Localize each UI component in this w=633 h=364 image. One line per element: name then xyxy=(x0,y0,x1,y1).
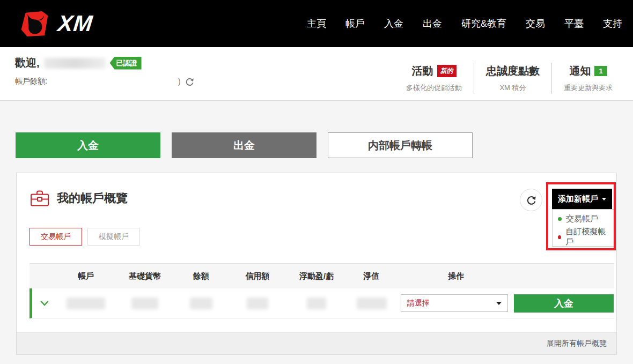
accounts-table: 帳戶 基礎貨幣 餘額 信用額 浮動盈/虧 淨值 操作 xyxy=(30,263,614,318)
tab-withdrawal[interactable]: 出金 xyxy=(172,132,316,158)
balance-suffix: ) xyxy=(178,77,181,86)
nav-item-research-education[interactable]: 研究&教育 xyxy=(461,17,506,30)
nav-item-withdrawal[interactable]: 出金 xyxy=(423,17,442,30)
verified-badge: 已認證 xyxy=(110,57,142,70)
greeting-text: 歡迎, xyxy=(15,56,40,70)
base-currency-redacted xyxy=(131,298,158,309)
add-account-button[interactable]: 添加新帳戶 xyxy=(552,189,612,209)
account-number-redacted xyxy=(67,298,105,309)
green-dot-icon xyxy=(558,217,562,221)
expand-row-icon[interactable] xyxy=(40,301,49,306)
header-balance: 餘額 xyxy=(174,271,228,281)
promotions-subtitle: 多樣化的促銷活動 xyxy=(406,83,462,93)
nav-item-deposit[interactable]: 入金 xyxy=(384,17,403,30)
briefcase-icon xyxy=(30,189,49,207)
menu-item-custom-demo-account[interactable]: 自訂模擬帳戶 xyxy=(553,228,614,246)
balance-value-redacted xyxy=(190,298,212,309)
tab-deposit[interactable]: 入金 xyxy=(16,132,160,158)
nav-item-trading[interactable]: 交易 xyxy=(526,17,545,30)
tab-internal-transfer[interactable]: 内部帳戶轉帳 xyxy=(328,132,473,158)
nav-item-platforms[interactable]: 平臺 xyxy=(564,17,584,30)
username-redacted xyxy=(44,58,106,69)
balance-label: 帳戶餘額: xyxy=(15,77,47,86)
xm-logo[interactable]: XM xyxy=(15,11,93,36)
red-dot-icon xyxy=(558,235,561,239)
account-type-filters: 交易帳戶 模擬帳戶 xyxy=(30,228,140,246)
account-row: 請選擇 入金 xyxy=(30,288,614,318)
refresh-icon xyxy=(526,195,536,205)
expand-all-accounts-link[interactable]: 展開所有帳戶概覽 xyxy=(547,339,607,348)
notifications-subtitle: 重要更新與要求 xyxy=(564,83,613,93)
loyalty-subtitle: XM 積分 xyxy=(486,83,540,93)
select-placeholder: 請選擇 xyxy=(407,299,430,308)
refresh-balance-icon[interactable] xyxy=(185,77,194,86)
caret-down-icon xyxy=(496,302,502,305)
filter-trading-accounts[interactable]: 交易帳戶 xyxy=(30,228,82,246)
nav-item-support[interactable]: 支持 xyxy=(603,17,622,30)
top-nav: XM 主頁 帳戶 入金 出金 研究&教育 交易 平臺 支持 xyxy=(0,0,633,47)
logo-text: XM xyxy=(56,11,94,36)
menu-item-label: 交易帳戶 xyxy=(566,214,598,224)
header-equity: 淨值 xyxy=(346,271,397,281)
table-header-row: 帳戶 基礎貨幣 餘額 信用額 浮動盈/虧 淨值 操作 xyxy=(30,263,614,288)
new-badge: 新的 xyxy=(437,65,457,77)
page: XM 主頁 帳戶 入金 出金 研究&教育 交易 平臺 支持 歡迎, 已認證 帳戶… xyxy=(0,0,633,355)
main-nav: 主頁 帳戶 入金 出金 研究&教育 交易 平臺 支持 xyxy=(307,17,622,30)
add-account-menu: 交易帳戶 自訂模擬帳戶 xyxy=(552,209,615,247)
refresh-accounts-button[interactable] xyxy=(520,189,542,211)
notification-count-badge: 1 xyxy=(594,66,607,76)
accounts-overview-panel: 我的帳戶概覽 添加新帳戶 交易帳戶 自訂模擬帳戶 交易帳戶 模擬帳 xyxy=(16,173,617,355)
header-floating-pnl: 浮動盈/虧 xyxy=(287,271,346,281)
menu-item-label: 自訂模擬帳戶 xyxy=(565,227,609,247)
quicklink-notifications[interactable]: 通知 1 重要更新與要求 xyxy=(552,64,624,93)
bull-logo-icon xyxy=(15,11,54,36)
pnl-value-redacted xyxy=(307,298,326,309)
equity-value-redacted xyxy=(357,298,387,309)
action-tabs: 入金 出金 内部帳戶轉帳 xyxy=(16,132,633,158)
header-base-currency: 基礎貨幣 xyxy=(115,271,174,281)
add-account-label: 添加新帳戶 xyxy=(558,194,598,204)
filter-demo-accounts[interactable]: 模擬帳戶 xyxy=(87,228,140,246)
balance-redacted xyxy=(50,76,175,87)
header-credit: 信用額 xyxy=(228,271,287,281)
nav-item-accounts[interactable]: 帳戶 xyxy=(345,17,365,30)
header-actions: 操作 xyxy=(397,271,614,281)
chevron-down-icon xyxy=(602,198,606,200)
notifications-title: 通知 xyxy=(569,64,591,78)
welcome-bar: 歡迎, 已認證 帳戶餘額: ) 活動 新的 xyxy=(0,47,633,101)
quicklink-loyalty-points[interactable]: 忠誠度點數 XM 積分 xyxy=(474,64,551,93)
header-account: 帳戶 xyxy=(56,271,115,281)
action-select[interactable]: 請選擇 xyxy=(401,294,508,312)
promotions-title: 活動 xyxy=(412,64,433,78)
panel-title: 我的帳戶概覽 xyxy=(57,190,128,206)
quicklink-promotions[interactable]: 活動 新的 多樣化的促銷活動 xyxy=(394,64,474,93)
menu-item-trading-account[interactable]: 交易帳戶 xyxy=(553,210,614,228)
quicklinks: 活動 新的 多樣化的促銷活動 忠誠度點數 XM 積分 通知 1 重要更新與要求 xyxy=(394,56,624,100)
welcome-info: 歡迎, 已認證 帳戶餘額: ) xyxy=(15,56,194,100)
panel-footer: 展開所有帳戶概覽 xyxy=(17,332,616,354)
panel-header: 我的帳戶概覽 xyxy=(30,189,128,207)
row-deposit-button[interactable]: 入金 xyxy=(514,294,614,313)
nav-item-home[interactable]: 主頁 xyxy=(307,17,326,30)
credit-value-redacted xyxy=(247,298,268,309)
loyalty-title: 忠誠度點數 xyxy=(486,64,540,78)
